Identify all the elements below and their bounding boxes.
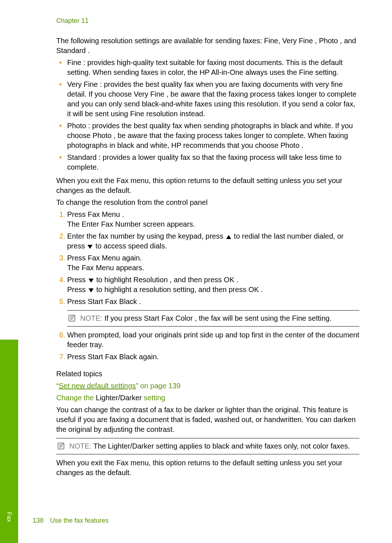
subheading-part-a: Change the <box>56 394 96 402</box>
down-arrow-icon <box>89 279 94 283</box>
note-label-2: NOTE: <box>69 442 91 450</box>
note-label: NOTE: <box>80 314 102 322</box>
footer-title: Use the fax features <box>50 517 109 524</box>
step-3-a: Press Fax Menu again. <box>67 254 142 262</box>
subheading-part-b: Lighter/Darker <box>96 394 144 402</box>
down-arrow-icon <box>89 288 94 292</box>
lighter-darker-paragraph: You can change the contrast of a fax to … <box>56 405 359 434</box>
step-4: Press to highlight Resolution , and then… <box>67 275 359 295</box>
related-topics-title: Related topics <box>56 369 359 379</box>
down-arrow-icon <box>87 245 93 249</box>
step-3: Press Fax Menu again. The Fax Menu appea… <box>67 253 359 273</box>
after-bullets-paragraph: When you exit the Fax menu, this option … <box>56 176 359 195</box>
step-2-a: Enter the fax number by using the keypad… <box>67 232 225 240</box>
step-4-b: to highlight Resolution , and then press… <box>94 276 238 284</box>
subheading-part-c: setting <box>144 394 165 402</box>
note-box-step5: NOTE: If you press Start Fax Color , the… <box>67 310 359 327</box>
procedure-title: To change the resolution from the contro… <box>56 198 359 207</box>
step-6: When prompted, load your originals print… <box>67 330 359 350</box>
bullet-photo: Photo : provides the best quality fax wh… <box>67 121 359 150</box>
related-link-tail: ” on page 139 <box>136 382 180 390</box>
step-3-b: The Fax Menu appears. <box>67 264 144 272</box>
step-4-a: Press <box>67 276 88 284</box>
page-content: Chapter 11 The following resolution sett… <box>0 0 392 543</box>
step-7: Press Start Fax Black again. <box>67 352 359 362</box>
intro-paragraph: The following resolution settings are av… <box>56 36 359 56</box>
related-link[interactable]: Set new default settings <box>59 382 136 390</box>
note-icon <box>57 442 65 450</box>
step-5: Press Start Fax Black . NOTE: If you pre… <box>67 297 359 327</box>
note-box-lighter-darker: NOTE: The Lighter/Darker setting applies… <box>56 438 359 454</box>
step-2-c: to access speed dials. <box>93 242 167 250</box>
step-1-line-b: The Enter Fax Number screen appears. <box>67 220 195 228</box>
up-arrow-icon <box>226 235 231 239</box>
step-4-c: Press <box>67 285 88 293</box>
after-note2-paragraph: When you exit the Fax menu, this option … <box>56 458 359 478</box>
step-4-d: to highlight a resolution setting, and t… <box>94 285 263 293</box>
note-text-2: The Lighter/Darker setting applies to bl… <box>91 442 350 450</box>
step-1-line-a: Press Fax Menu . <box>67 210 124 218</box>
quote-open: “ <box>56 382 59 390</box>
chapter-label: Chapter 11 <box>56 16 359 25</box>
note-icon <box>68 314 76 322</box>
page-number: 138 <box>33 517 44 524</box>
step-2: Enter the fax number by using the keypad… <box>67 231 359 251</box>
bullet-very-fine: Very Fine : provides the best quality fa… <box>67 80 359 119</box>
subheading-lighter-darker: Change the Lighter/Darker setting <box>56 393 359 403</box>
bullet-fine: Fine : provides high-quality text suitab… <box>67 58 359 77</box>
note-text: If you press Start Fax Color , the fax w… <box>102 314 331 322</box>
bullet-standard: Standard : provides a lower quality fax … <box>67 153 359 172</box>
step-5-text: Press Start Fax Black . <box>67 297 141 305</box>
related-topics-link-line: “Set new default settings” on page 139 <box>56 381 359 391</box>
page-footer: 138Use the fax features <box>33 516 109 525</box>
step-1: Press Fax Menu . The Enter Fax Number sc… <box>67 210 359 229</box>
